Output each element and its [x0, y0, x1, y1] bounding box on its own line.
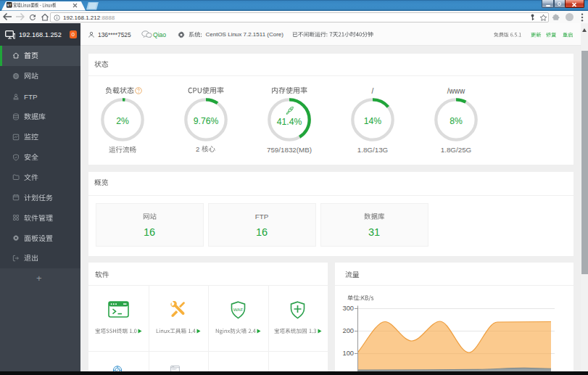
svg-text:BT: BT	[7, 4, 12, 7]
svg-text:WAF: WAF	[233, 306, 243, 311]
